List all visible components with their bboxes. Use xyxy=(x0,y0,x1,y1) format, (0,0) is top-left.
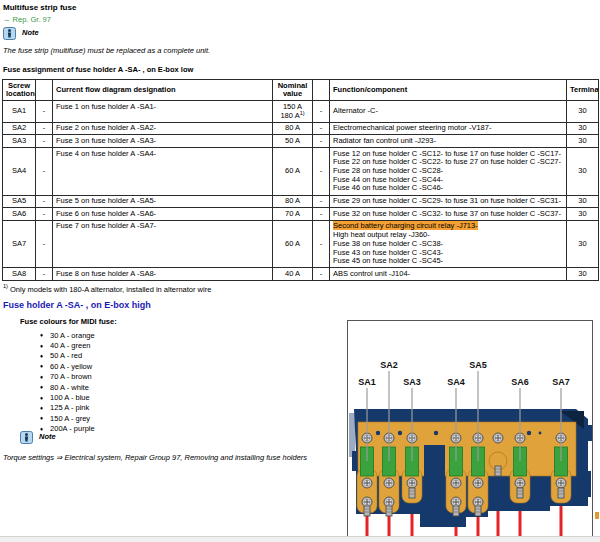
fuse-row-sa8: SA8-Fuse 8 on fuse holder A -SA8-40 A-AB… xyxy=(3,268,599,281)
function-cell: Alternator -C- xyxy=(330,101,567,122)
fuse-row-sa4: SA4-Fuse 4 on fuse holder A -SA4-60 A-Fu… xyxy=(3,148,599,195)
dash-cell: - xyxy=(36,195,53,208)
designation-cell: Fuse 2 on fuse holder A -SA2- xyxy=(53,122,273,135)
page-edge-marker xyxy=(595,512,599,519)
screw-location-cell: SA8 xyxy=(3,268,36,281)
fuse-colour-text: 70 A - brown xyxy=(50,372,92,381)
nominal-value-cell: 40 A xyxy=(273,268,313,281)
terminal-cell: 30 xyxy=(567,220,599,267)
fuse-row-sa1: SA1-Fuse 1 on fuse holder A -SA1-150 A18… xyxy=(3,101,599,122)
terminal-cell: 30 xyxy=(567,148,599,195)
function-cell: Electromechanical power steering motor -… xyxy=(330,122,567,135)
note-text: The fuse strip (multifuse) must be repla… xyxy=(3,46,210,55)
screw-location-cell: SA3 xyxy=(3,135,36,148)
dash-cell: - xyxy=(36,135,53,148)
screw-location-cell: SA5 xyxy=(3,195,36,208)
info-note-icon xyxy=(3,26,16,39)
fuse-row-sa2: SA2-Fuse 2 on fuse holder A -SA2-80 A-El… xyxy=(3,122,599,135)
fuse-row-sa6: SA6-Fuse 6 on fuse holder A -SA6-70 A-Fu… xyxy=(3,208,599,221)
dash-cell: - xyxy=(313,101,330,122)
dash-cell: - xyxy=(36,148,53,195)
dash-cell: - xyxy=(313,195,330,208)
fuse-table-header-row: Screw location Current flow diagram desi… xyxy=(3,80,599,101)
dash-cell: - xyxy=(313,208,330,221)
nominal-value-cell: 60 A xyxy=(273,220,313,267)
diagram-label-sa1: SA1 xyxy=(358,377,376,387)
dash-cell: - xyxy=(36,101,53,122)
fuse-colour-item: ♦100 A - blue xyxy=(40,392,95,402)
fuse-colour-item: ♦150 A - grey xyxy=(40,413,95,423)
fuse-colour-text: 40 A - green xyxy=(50,341,90,350)
diamond-bullet-icon: ♦ xyxy=(40,374,43,380)
nominal-value-cell: 50 A xyxy=(273,135,313,148)
function-cell: ABS control unit -J104- xyxy=(330,268,567,281)
window-bottom-edge xyxy=(0,536,600,542)
function-cell: Fuse 12 on fuse holder C -SC12- to fuse … xyxy=(330,148,567,195)
col-header-screw-location: Screw location xyxy=(3,80,36,101)
screw-location-cell: SA1 xyxy=(3,101,36,122)
function-cell: Fuse 32 on fuse holder C -SC32- to fuse … xyxy=(330,208,567,221)
col-header-designation: Current flow diagram designation xyxy=(53,80,273,101)
highlighted-function: Second battery charging circuit relay -J… xyxy=(333,221,478,230)
nominal-value-cell: 150 A180 A1) xyxy=(273,101,313,122)
nominal-value-cell: 70 A xyxy=(273,208,313,221)
note-block-top: Note xyxy=(3,26,39,39)
fuse-row-sa3: SA3-Fuse 3 on fuse holder A -SA3-50 A-Ra… xyxy=(3,135,599,148)
col-header-blank-1 xyxy=(36,80,53,101)
fuse-assignment-table: Screw location Current flow diagram desi… xyxy=(2,79,599,281)
dash-cell: - xyxy=(313,148,330,195)
fuse-row-sa5: SA5-Fuse 5 on fuse holder A -SA5-80 A-Fu… xyxy=(3,195,599,208)
fuse-colour-item: ♦60 A - yellow xyxy=(40,361,95,371)
nominal-value-cell: 80 A xyxy=(273,122,313,135)
nominal-value-cell: 60 A xyxy=(273,148,313,195)
fuse-holder-heading: Fuse holder A -SA- , on E-box high xyxy=(3,300,151,310)
diamond-bullet-icon: ♦ xyxy=(40,415,43,421)
diamond-bullet-icon: ♦ xyxy=(40,363,43,369)
dash-cell: - xyxy=(36,208,53,221)
designation-cell: Fuse 4 on fuse holder A -SA4- xyxy=(53,148,273,195)
repair-group-link[interactable]: → Rep. Gr. 97 xyxy=(3,15,51,24)
assignment-heading: Fuse assignment of fuse holder A -SA- , … xyxy=(3,65,193,74)
fuse-colour-item: ♦50 A - red xyxy=(40,351,95,361)
nominal-value-cell: 80 A xyxy=(273,195,313,208)
dash-cell: - xyxy=(36,220,53,267)
diagram-label-sa4: SA4 xyxy=(447,377,465,387)
fuse-colour-text: 80 A - white xyxy=(50,383,89,392)
fuse-colour-text: 30 A - orange xyxy=(50,331,95,340)
designation-cell: Fuse 1 on fuse holder A -SA1- xyxy=(53,101,273,122)
dash-cell: - xyxy=(313,122,330,135)
fuse-colour-item: ♦30 A - orange xyxy=(40,330,95,340)
dash-cell: - xyxy=(36,268,53,281)
designation-cell: Fuse 6 on fuse holder A -SA6- xyxy=(53,208,273,221)
diagram-label-sa6: SA6 xyxy=(511,377,529,387)
page-title: Multifuse strip fuse xyxy=(3,3,76,12)
footnote-text: Only models with 180-A alternator, insta… xyxy=(8,285,211,294)
diamond-bullet-icon: ♦ xyxy=(40,343,43,349)
fuse-colour-item: ♦40 A - green xyxy=(40,340,95,350)
function-cell: Second battery charging circuit relay -J… xyxy=(330,220,567,267)
terminal-cell: 30 xyxy=(567,208,599,221)
col-header-nominal-value: Nominal value xyxy=(273,80,313,101)
diamond-bullet-icon: ♦ xyxy=(40,353,43,359)
screw-location-cell: SA7 xyxy=(3,220,36,267)
diamond-bullet-icon: ♦ xyxy=(40,405,43,411)
fuse-table-body: SA1-Fuse 1 on fuse holder A -SA1-150 A18… xyxy=(3,101,599,281)
fuse-colour-text: 125 A - pink xyxy=(50,403,89,412)
torque-settings-text: Torque settings ⇒ Electrical system, Rep… xyxy=(3,453,307,462)
screw-location-cell: SA4 xyxy=(3,148,36,195)
fuse-row-sa7: SA7-Fuse 7 on fuse holder A -SA7-60 A-Se… xyxy=(3,220,599,267)
designation-cell: Fuse 3 on fuse holder A -SA3- xyxy=(53,135,273,148)
fuse-holder-diagram: SA1SA2SA3SA4SA5SA6SA7 xyxy=(347,320,593,542)
diamond-bullet-icon: ♦ xyxy=(40,395,43,401)
terminal-cell: 30 xyxy=(567,195,599,208)
fuse-colour-item: ♦125 A - pink xyxy=(40,403,95,413)
dash-cell: - xyxy=(313,268,330,281)
fuse-colours-heading: Fuse colours for MIDI fuse: xyxy=(20,317,117,326)
designation-cell: Fuse 7 on fuse holder A -SA7- xyxy=(53,220,273,267)
diagram-label-sa3: SA3 xyxy=(403,377,421,387)
fuse-colour-text: 60 A - yellow xyxy=(50,362,92,371)
function-cell: Fuse 29 on fuse holder C -SC29- to fuse … xyxy=(330,195,567,208)
col-header-blank-2 xyxy=(313,80,330,101)
diamond-bullet-icon: ♦ xyxy=(40,332,43,338)
fuse-holder-illustration: SA1SA2SA3SA4SA5SA6SA7 xyxy=(348,321,592,542)
